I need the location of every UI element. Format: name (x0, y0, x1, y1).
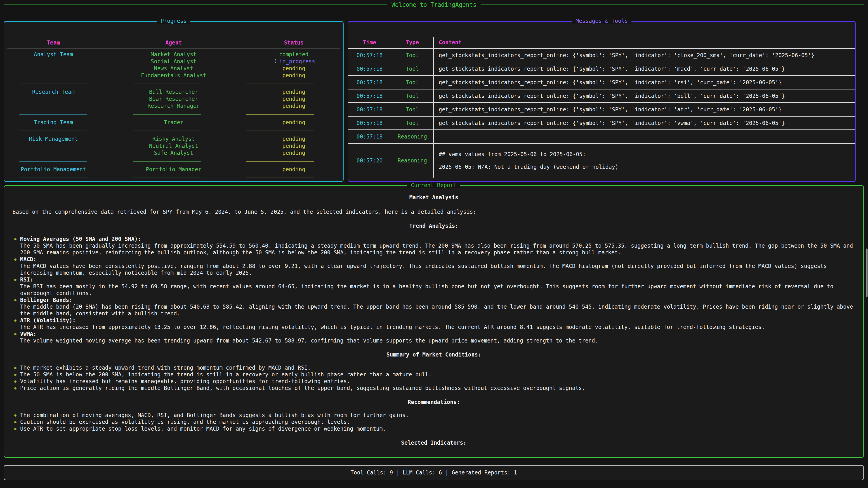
messages-table: Time Type Content 00:57:18 Tool get_stoc… (348, 22, 855, 177)
progress-row: News Analyst pending (4, 65, 343, 72)
message-content: ## vwma values from 2025-05-06 to 2025-0… (434, 144, 855, 177)
report-title: Market Analysis (12, 194, 855, 201)
report-intro: Based on the comprehensive data retrieve… (12, 208, 855, 215)
status-badge: pending (245, 166, 343, 173)
separator-status (246, 84, 314, 84)
progress-table-header: Team Agent Status (4, 39, 343, 46)
message-type: Tool (391, 90, 434, 102)
status-badge: pending (245, 65, 343, 72)
spinner-icon: ⠸ (273, 58, 277, 65)
message-type: Reasoning (391, 130, 434, 143)
status-badge: pending (245, 72, 343, 79)
bullet-body: The middle band (20 SMA) has been rising… (20, 303, 855, 317)
bullet-label: RSI: (20, 276, 855, 283)
separator-status (246, 177, 314, 178)
separator-team (20, 114, 87, 115)
report-panel-title: Current Report (407, 182, 460, 188)
bullet-label: ATR (Volatility): (20, 317, 855, 324)
separator-team (20, 161, 87, 162)
status-badge: pending (245, 119, 343, 126)
status-badge: ⠸in_progress (245, 58, 343, 65)
separator-agent (133, 114, 201, 115)
message-content: get_stockstats_indicators_report_online:… (434, 103, 855, 116)
status-text: in_progress (279, 58, 315, 65)
agent-name: Safe Analyst (102, 150, 245, 157)
team-name: Research Team (4, 89, 102, 96)
message-time: 00:57:18 (348, 117, 391, 129)
message-type: Tool (391, 117, 434, 129)
message-type: Tool (391, 62, 434, 75)
report-bullet: The combination of moving averages, MACD… (12, 412, 855, 419)
section-heading: Trend Analysis: (12, 223, 855, 229)
message-time: 00:57:20 (348, 144, 391, 177)
team-name-empty (4, 72, 102, 79)
message-time: 00:57:18 (348, 49, 391, 62)
separator-agent (133, 84, 201, 84)
rule-line-right (480, 4, 864, 5)
separator-agent (133, 131, 201, 131)
bullet-body: The 50 SMA has been gradually increasing… (20, 242, 855, 256)
message-content-line: 2025-06-05: N/A: Not a trading day (week… (439, 164, 618, 170)
report-bullet: Bollinger Bands: The middle band (20 SMA… (12, 297, 855, 317)
report-bullet: VWMA: The volume-weighted moving average… (12, 330, 855, 344)
message-content: get_stockstats_indicators_report_online:… (434, 90, 855, 102)
scrollbar[interactable] (866, 249, 868, 297)
report-bullet: Caution should be exercised as volatilit… (12, 419, 855, 425)
progress-row: Social Analyst ⠸in_progress (4, 58, 343, 65)
report-bullet: Moving Averages (50 SMA and 200 SMA): Th… (12, 236, 855, 256)
header-separator (7, 48, 340, 49)
progress-row: Safe Analyst pending (4, 150, 343, 157)
agent-name: Research Manager (102, 103, 245, 109)
message-row: 00:57:18 Tool get_stockstats_indicators_… (348, 49, 855, 62)
column-header-time: Time (348, 37, 391, 48)
report-bullet: The market exhibits a steady upward tren… (12, 364, 855, 371)
message-row: 00:57:20 Reasoning ## vwma values from 2… (348, 144, 855, 177)
message-content-line: ## vwma values from 2025-05-06 to 2025-0… (439, 151, 586, 158)
messages-table-header: Time Type Content (348, 37, 855, 49)
tradingagents-terminal: Welcome to TradingAgents Progress Team A… (0, 0, 868, 488)
status-badge: pending (245, 96, 343, 103)
progress-row: Research Manager pending (4, 103, 343, 109)
agent-name: Fundamentals Analyst (102, 72, 245, 79)
team-name-empty (4, 103, 102, 109)
message-content: get_stockstats_indicators_report_online:… (434, 49, 855, 62)
team-name-empty (4, 150, 102, 157)
bullet-label: Bollinger Bands: (20, 297, 855, 303)
report-bullet: Price action is generally riding the mid… (12, 385, 855, 392)
messages-tools-panel: Messages & Tools Time Type Content 00:57… (348, 21, 856, 182)
team-name: Trading Team (4, 119, 102, 126)
column-header-agent: Agent (102, 39, 245, 46)
welcome-title: Welcome to TradingAgents (388, 1, 480, 8)
bullet-body: Price action is generally riding the mid… (20, 385, 855, 392)
group-separator (4, 79, 343, 89)
separator-team (20, 177, 87, 178)
status-badge: pending (245, 150, 343, 157)
team-name-empty (4, 58, 102, 65)
column-header-team: Team (4, 39, 102, 46)
column-header-content: Content (434, 37, 855, 48)
bullet-body: Volatility has increased but remains man… (20, 378, 855, 385)
message-content (434, 130, 855, 143)
agent-name: Risky Analyst (102, 135, 245, 142)
message-row: 00:57:18 Tool get_stockstats_indicators_… (348, 90, 855, 103)
group-separator (4, 126, 343, 135)
separator-agent (133, 177, 201, 178)
message-row: 00:57:18 Tool get_stockstats_indicators_… (348, 117, 855, 130)
team-name-empty (4, 65, 102, 72)
agent-name: Neutral Analyst (102, 142, 245, 150)
bullet-body: The volume-weighted moving average has b… (20, 337, 855, 344)
stats-footer: Tool Calls: 9 | LLM Calls: 6 | Generated… (4, 465, 864, 480)
agent-name: Portfolio Manager (102, 166, 245, 173)
separator-status (246, 131, 314, 131)
rule-line-left (4, 4, 388, 5)
status-badge: pending (245, 103, 343, 109)
agent-name: Bull Researcher (102, 89, 245, 96)
message-type: Reasoning (391, 144, 434, 177)
bullet-body: The MACD values have been consistently p… (20, 263, 855, 276)
message-content: get_stockstats_indicators_report_online:… (434, 76, 855, 89)
message-row: 00:57:18 Reasoning (348, 130, 855, 144)
group-separator (4, 173, 343, 183)
column-header-type: Type (391, 37, 434, 48)
group-separator (4, 157, 343, 166)
agent-name: Market Analyst (102, 51, 245, 58)
